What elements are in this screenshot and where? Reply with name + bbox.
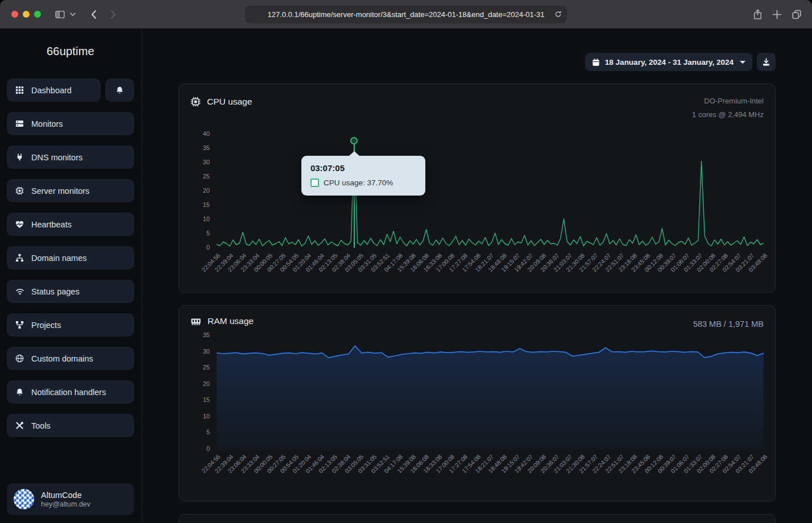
download-button[interactable] xyxy=(757,53,776,71)
series-swatch xyxy=(310,179,319,187)
y-axis-label: 10 xyxy=(203,215,210,222)
sidebar-item-custom-domains[interactable]: Custom domains xyxy=(7,347,134,370)
cpu-chart-plot[interactable]: 03:07:05 CPU usage: 37.70% xyxy=(217,134,764,248)
chevron-down-icon[interactable] xyxy=(70,13,76,16)
date-range-label: 18 January, 2024 - 31 January, 2024 xyxy=(605,58,734,67)
tools-icon xyxy=(15,421,24,430)
bell-icon xyxy=(15,388,24,397)
y-axis-label: 5 xyxy=(206,230,210,236)
sidebar-item-heartbeats[interactable]: Heartbeats xyxy=(7,213,134,236)
sidebar: 66uptime Dashboard Monitors xyxy=(0,28,142,523)
sidebar-item-status-pages[interactable]: Status pages xyxy=(7,280,134,303)
ram-memory-icon xyxy=(190,317,201,326)
y-axis-label: 25 xyxy=(203,364,210,371)
date-range-button[interactable]: 18 January, 2024 - 31 January, 2024 xyxy=(585,53,752,71)
globe-icon xyxy=(15,354,24,363)
share-icon[interactable] xyxy=(753,9,763,20)
sidebar-item-dns-monitors[interactable]: DNS monitors xyxy=(7,146,134,169)
main-content: 18 January, 2024 - 31 January, 2024 CPU … xyxy=(142,28,812,523)
card-title: RAM usage xyxy=(208,316,254,326)
server-icon xyxy=(15,119,24,128)
sidebar-item-notification-handlers[interactable]: Notification handlers xyxy=(7,380,134,404)
zoom-window-button[interactable] xyxy=(34,11,41,18)
ram-usage-card: RAM usage 583 MB / 1,971 MB 353025201510… xyxy=(179,305,776,501)
y-axis-label: 25 xyxy=(203,173,210,180)
y-axis-label: 40 xyxy=(203,130,210,137)
tab-overview-icon[interactable] xyxy=(792,10,802,19)
y-axis-label: 15 xyxy=(203,396,210,403)
sidebar-item-dashboard[interactable]: Dashboard xyxy=(7,78,101,102)
browser-chrome: 127.0.0.1/66uptime/server-monitor/3&star… xyxy=(0,0,812,28)
back-icon[interactable] xyxy=(90,10,97,19)
caret-down-icon xyxy=(740,61,745,64)
window-controls xyxy=(11,11,41,18)
sidebar-item-label: Heartbeats xyxy=(31,220,72,229)
card-title: CPU usage xyxy=(207,97,252,107)
new-tab-icon[interactable] xyxy=(772,10,782,19)
y-axis-label: 30 xyxy=(203,159,210,165)
url-text: 127.0.0.1/66uptime/server-monitor/3&star… xyxy=(267,10,544,19)
y-axis-label: 10 xyxy=(203,413,210,420)
notifications-button[interactable] xyxy=(105,78,134,102)
avatar xyxy=(14,489,34,509)
y-axis-label: 15 xyxy=(203,201,210,208)
toolbar: 18 January, 2024 - 31 January, 2024 xyxy=(179,53,776,71)
brand-logo: 66uptime xyxy=(7,45,134,58)
tooltip-value: CPU usage: 37.70% xyxy=(324,179,393,187)
y-axis-label: 5 xyxy=(206,429,210,435)
sidebar-item-label: Status pages xyxy=(31,287,80,296)
next-card-partial xyxy=(179,514,776,523)
server-name: DO-Premium-Intel xyxy=(692,94,764,108)
sidebar-item-label: Tools xyxy=(31,421,51,430)
ram-chart: 35302520151050 xyxy=(190,335,764,449)
x-axis: 22:04:5622:39:0423:06:0423:33:0400:00:05… xyxy=(217,248,764,297)
plug-icon xyxy=(15,153,24,161)
y-axis: 35302520151050 xyxy=(190,335,217,449)
sidebar-item-tools[interactable]: Tools xyxy=(7,414,134,437)
forward-icon[interactable] xyxy=(110,10,117,19)
bell-icon xyxy=(115,86,125,95)
y-axis-label: 30 xyxy=(203,348,210,355)
sidebar-item-label: Notification handlers xyxy=(31,388,106,397)
sidebar-item-label: Domain names xyxy=(31,254,87,263)
diagram-icon xyxy=(15,321,24,329)
y-axis-label: 20 xyxy=(203,380,210,387)
url-bar[interactable]: 127.0.0.1/66uptime/server-monitor/3&star… xyxy=(245,6,567,23)
sidebar-item-label: Server monitors xyxy=(31,186,89,196)
download-icon xyxy=(762,58,770,67)
y-axis-label: 35 xyxy=(203,331,210,338)
sidebar-item-monitors[interactable]: Monitors xyxy=(7,112,134,135)
account-card[interactable]: AltumCode hey@altum.dev xyxy=(7,483,134,515)
wifi-icon xyxy=(15,288,24,295)
calendar-icon xyxy=(592,58,600,67)
ram-usage-value: 583 MB / 1,971 MB xyxy=(693,319,764,329)
server-specs: 1 cores @ 2,494 MHz xyxy=(692,108,764,122)
sidebar-item-label: DNS monitors xyxy=(31,153,82,162)
sidebar-item-server-monitors[interactable]: Server monitors xyxy=(7,179,134,202)
y-axis-label: 0 xyxy=(206,445,210,452)
sidebar-item-projects[interactable]: Projects xyxy=(7,313,134,337)
sidebar-item-label: Custom domains xyxy=(31,354,93,363)
sidebar-item-domain-names[interactable]: Domain names xyxy=(7,246,134,269)
ram-chart-plot[interactable] xyxy=(217,335,764,449)
y-axis-label: 20 xyxy=(203,187,210,194)
reload-icon[interactable] xyxy=(554,10,562,18)
minimize-window-button[interactable] xyxy=(23,11,30,18)
y-axis-label: 35 xyxy=(203,144,210,151)
sidebar-item-label: Projects xyxy=(31,321,61,330)
y-axis: 4035302520151050 xyxy=(190,134,217,248)
account-name: AltumCode xyxy=(41,490,90,500)
grid-icon xyxy=(15,86,24,94)
sitemap-icon xyxy=(15,254,24,262)
cpu-chip-icon xyxy=(190,97,201,107)
close-window-button[interactable] xyxy=(11,11,18,18)
cpu-usage-card: CPU usage DO-Premium-Intel 1 cores @ 2,4… xyxy=(179,84,776,293)
y-axis-label: 0 xyxy=(206,244,210,251)
cpu-chart: 4035302520151050 03:0 xyxy=(190,134,764,248)
chip-icon xyxy=(15,186,24,195)
sidebar-item-label: Monitors xyxy=(31,119,63,128)
tooltip-arrow xyxy=(349,151,359,156)
sidebar-toggle-icon[interactable] xyxy=(55,10,65,19)
account-email: hey@altum.dev xyxy=(41,500,90,508)
x-axis: 22:04:5622:39:0423:06:0423:33:0400:00:05… xyxy=(217,449,764,498)
